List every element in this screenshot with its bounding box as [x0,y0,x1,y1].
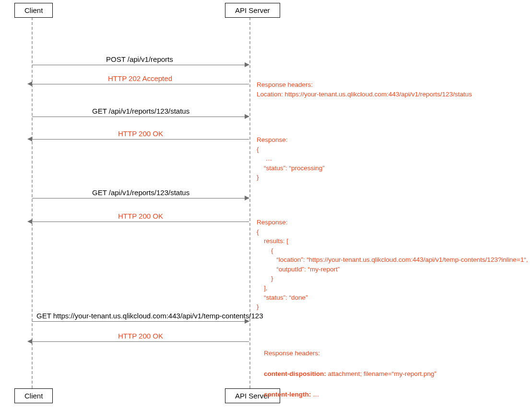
arrow-m2-resp [32,139,249,140]
note-m4-l3a: content-length: [264,391,313,398]
arrowhead-m3-req [245,196,249,200]
sequence-diagram: Client API Server Client API Server POST… [0,0,532,409]
arrowhead-m2-req [245,114,249,119]
label-m2-resp: HTTP 200 OK [118,129,163,138]
label-m1-req: POST /api/v1/reports [106,55,173,63]
note-m1: Response headers: Location: https://your… [257,80,472,99]
note-m4: Response headers: content-disposition: a… [257,338,437,409]
client-lifeline [32,17,33,388]
arrowhead-m2-resp [27,137,32,141]
arrowhead-m1-resp [27,82,32,86]
label-m4-resp: HTTP 200 OK [118,332,163,340]
arrow-m1-req [32,65,249,65]
arrow-m3-resp [32,222,249,222]
arrowhead-m4-resp [27,339,32,344]
server-lifeline [249,17,250,388]
arrowhead-m3-resp [27,219,32,224]
note-m4-l3b: … [313,391,319,398]
note-m4-l2b: attachment; filename=“my-report.png” [328,370,437,377]
arrowhead-m1-req [245,62,249,67]
note-m3: Response: { results: [ { “location”: “ht… [257,218,528,312]
actor-server-top: API Server [225,3,280,18]
arrow-m3-req [32,198,249,199]
label-m2-req: GET /api/v1/reports/123/status [92,107,189,115]
label-m4-req: GET https://your-tenant.us.qlikcloud.com… [36,312,263,320]
arrow-m1-resp [32,84,249,84]
arrow-m4-req [32,321,249,322]
label-m3-resp: HTTP 200 OK [118,212,163,220]
note-m2: Response: { … “status”: “processing” } [257,135,325,182]
arrow-m4-resp [32,341,249,342]
label-m1-resp: HTTP 202 Accepted [108,74,172,82]
actor-client-top: Client [14,3,53,18]
note-m4-l1: Response headers: [264,350,320,357]
arrow-m2-req [32,117,249,117]
label-m3-req: GET /api/v1/reports/123/status [92,188,189,197]
note-m4-l2a: content-disposition: [264,370,328,377]
actor-client-bottom: Client [14,388,53,403]
